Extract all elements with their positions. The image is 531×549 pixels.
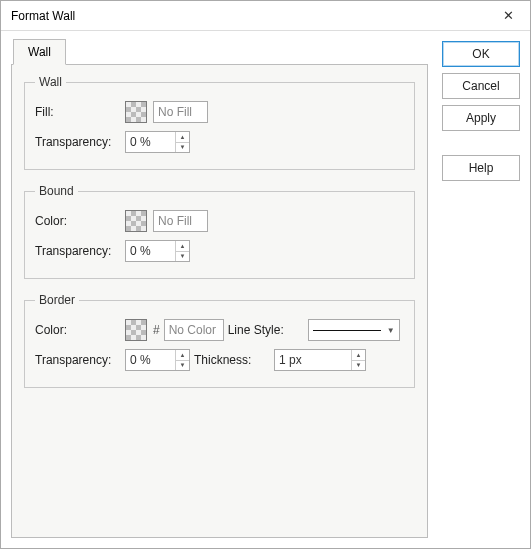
spinner-buttons: ▲ ▼ [175, 241, 189, 261]
tab-wall[interactable]: Wall [13, 39, 66, 65]
row-wall-fill: Fill: No Fill [35, 99, 404, 125]
spinner-buttons: ▲ ▼ [351, 350, 365, 370]
spinner-up-icon[interactable]: ▲ [352, 350, 365, 361]
value-border-thickness: 1 px [275, 350, 351, 370]
value-wall-transparency: 0 % [126, 132, 175, 152]
close-icon: ✕ [503, 8, 514, 23]
tab-panel: Wall Fill: No Fill Transparency: 0 % [11, 64, 428, 538]
label-wall-fill: Fill: [35, 105, 125, 119]
cancel-label: Cancel [462, 79, 499, 93]
close-button[interactable]: ✕ [488, 2, 528, 30]
group-border: Border Color: # No Color Line Style: ▼ [24, 293, 415, 388]
dialog-window: Format Wall ✕ Wall Wall Fill: No Fill [0, 0, 531, 549]
row-bound-color: Color: No Fill [35, 208, 404, 234]
group-wall: Wall Fill: No Fill Transparency: 0 % [24, 75, 415, 170]
client-area: Wall Wall Fill: No Fill Transparency: [1, 31, 530, 548]
button-gap [442, 137, 520, 149]
group-bound-legend: Bound [35, 184, 78, 198]
row-border-color: Color: # No Color Line Style: ▼ [35, 317, 404, 343]
swatch-border-color[interactable] [125, 319, 147, 341]
row-wall-transparency: Transparency: 0 % ▲ ▼ [35, 129, 404, 155]
help-button[interactable]: Help [442, 155, 520, 181]
label-border-color: Color: [35, 323, 125, 337]
spinner-down-icon[interactable]: ▼ [176, 143, 189, 153]
label-border-thickness: Thickness: [194, 353, 274, 367]
input-wall-fill[interactable]: No Fill [153, 101, 208, 123]
label-bound-color: Color: [35, 214, 125, 228]
spinner-border-thickness[interactable]: 1 px ▲ ▼ [274, 349, 366, 371]
row-border-transparency: Transparency: 0 % ▲ ▼ Thickness: 1 px [35, 347, 404, 373]
spinner-down-icon[interactable]: ▼ [176, 252, 189, 262]
dropdown-border-linestyle[interactable]: ▼ [308, 319, 400, 341]
group-bound: Bound Color: No Fill Transparency: 0 % [24, 184, 415, 279]
value-bound-color: No Fill [158, 214, 192, 228]
label-bound-transparency: Transparency: [35, 244, 125, 258]
ok-button[interactable]: OK [442, 41, 520, 67]
spinner-buttons: ▲ ▼ [175, 132, 189, 152]
label-border-transparency: Transparency: [35, 353, 125, 367]
value-wall-fill: No Fill [158, 105, 192, 119]
help-label: Help [469, 161, 494, 175]
value-bound-transparency: 0 % [126, 241, 175, 261]
hash-symbol: # [153, 323, 160, 337]
spinner-down-icon[interactable]: ▼ [352, 361, 365, 371]
tab-label: Wall [28, 45, 51, 59]
input-bound-color[interactable]: No Fill [153, 210, 208, 232]
chevron-down-icon: ▼ [387, 326, 395, 335]
label-wall-transparency: Transparency: [35, 135, 125, 149]
tab-bar: Wall [11, 39, 428, 65]
spinner-down-icon[interactable]: ▼ [176, 361, 189, 371]
button-column: OK Cancel Apply Help [442, 39, 520, 538]
group-border-legend: Border [35, 293, 79, 307]
spinner-buttons: ▲ ▼ [175, 350, 189, 370]
spinner-up-icon[interactable]: ▲ [176, 241, 189, 252]
left-pane: Wall Wall Fill: No Fill Transparency: [11, 39, 428, 538]
spinner-border-transparency[interactable]: 0 % ▲ ▼ [125, 349, 190, 371]
cancel-button[interactable]: Cancel [442, 73, 520, 99]
swatch-bound-color[interactable] [125, 210, 147, 232]
apply-button[interactable]: Apply [442, 105, 520, 131]
spinner-up-icon[interactable]: ▲ [176, 132, 189, 143]
label-border-linestyle: Line Style: [228, 323, 308, 337]
spinner-bound-transparency[interactable]: 0 % ▲ ▼ [125, 240, 190, 262]
group-wall-legend: Wall [35, 75, 66, 89]
window-title: Format Wall [11, 9, 75, 23]
titlebar: Format Wall ✕ [1, 1, 530, 31]
value-border-color: No Color [169, 323, 216, 337]
spinner-up-icon[interactable]: ▲ [176, 350, 189, 361]
row-bound-transparency: Transparency: 0 % ▲ ▼ [35, 238, 404, 264]
linestyle-preview [313, 330, 381, 331]
ok-label: OK [472, 47, 489, 61]
swatch-wall-fill[interactable] [125, 101, 147, 123]
input-border-color[interactable]: No Color [164, 319, 224, 341]
spinner-wall-transparency[interactable]: 0 % ▲ ▼ [125, 131, 190, 153]
apply-label: Apply [466, 111, 496, 125]
value-border-transparency: 0 % [126, 350, 175, 370]
